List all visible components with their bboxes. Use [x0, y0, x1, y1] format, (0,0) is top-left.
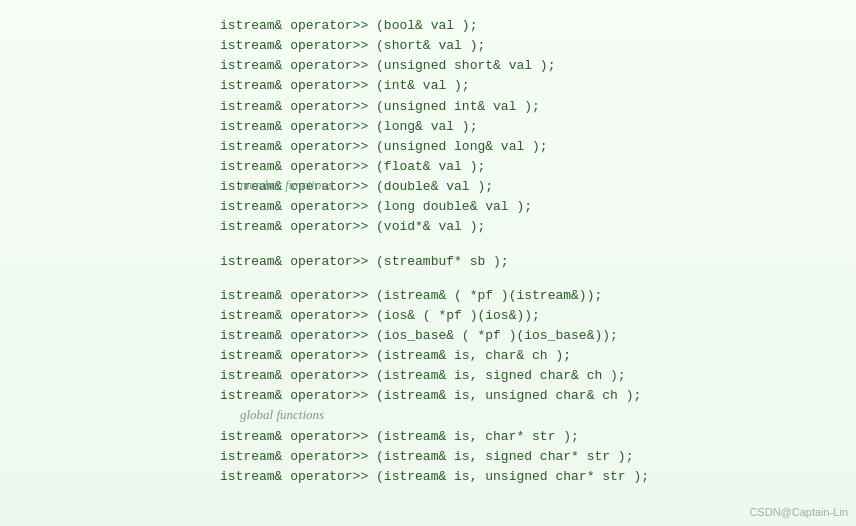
code-line: istream& operator>> (int& val );: [220, 76, 856, 96]
code-line: istream& operator>> (unsigned long& val …: [220, 137, 856, 157]
code-line: istream& operator>> (void*& val );: [220, 217, 856, 237]
spacer: [220, 272, 856, 286]
code-line: istream& operator>> (bool& val );: [220, 16, 856, 36]
code-line: istream& operator>> (istream& is, signed…: [220, 366, 856, 386]
code-line: istream& operator>> (istream& is, char& …: [220, 346, 856, 366]
code-line: istream& operator>> (long double& val );: [220, 197, 856, 217]
member-functions-label: member functions: [240, 177, 333, 193]
code-line: istream& operator>> (float& val );: [220, 157, 856, 177]
global-functions-section: global functions istream& operator>> (is…: [220, 407, 856, 487]
global-functions-label: global functions: [240, 407, 324, 423]
code-line: istream& operator>> (short& val );: [220, 36, 856, 56]
code-line: istream& operator>> (istream& is, signed…: [220, 447, 856, 467]
code-line: istream& operator>> (unsigned int& val )…: [220, 97, 856, 117]
code-area: istream& operator>> (bool& val ); istrea…: [0, 10, 856, 493]
code-line: istream& operator>> (unsigned short& val…: [220, 56, 856, 76]
code-line: istream& operator>> (ios_base& ( *pf )(i…: [220, 326, 856, 346]
code-line: istream& operator>> (istream& is, unsign…: [220, 386, 856, 406]
code-line: istream& operator>> (istream& is, char* …: [220, 427, 856, 447]
main-container: istream& operator>> (bool& val ); istrea…: [0, 0, 856, 526]
member-functions-section: member functions istream& operator>> (do…: [220, 177, 856, 237]
code-line: istream& operator>> (istream& is, unsign…: [220, 467, 856, 487]
code-line: istream& operator>> (long& val );: [220, 117, 856, 137]
code-line: istream& operator>> (ios& ( *pf )(ios&))…: [220, 306, 856, 326]
code-line: istream& operator>> (istream& ( *pf )(is…: [220, 286, 856, 306]
watermark: CSDN@Captain-Lin: [749, 506, 848, 518]
code-line: istream& operator>> (streambuf* sb );: [220, 252, 856, 272]
spacer: [220, 238, 856, 252]
